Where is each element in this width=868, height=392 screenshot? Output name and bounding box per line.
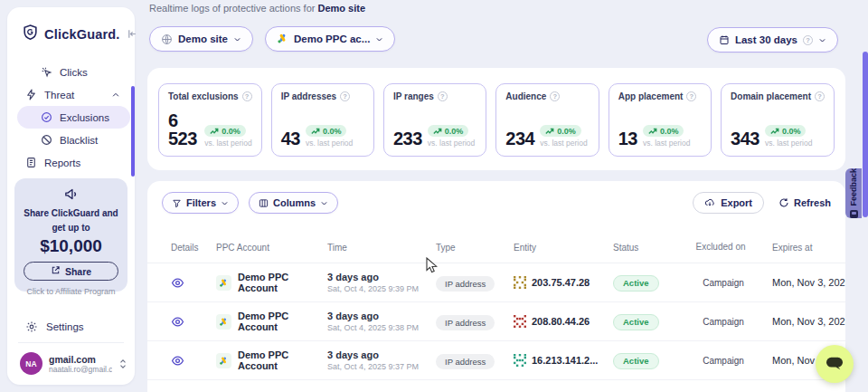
google-ads-icon [216,353,231,368]
sidebar-item-settings[interactable]: Settings [7,315,135,338]
col-header-ppc-account[interactable]: PPC Account [216,243,327,253]
help-icon: ? [803,35,813,45]
type-cell: IP address [436,352,514,369]
col-header-expires-at[interactable]: Expires at [752,243,831,253]
promo-amount: $10,000 [14,236,127,256]
stat-card-app-placement: App placement? 13 0.0% vs. last period [609,83,712,157]
account-name: Demo PPC Account [238,349,327,371]
trend-up-icon [210,128,219,135]
help-icon: ? [815,91,825,101]
promo-text-line1: Share ClickGuard and [14,207,127,220]
stat-card-ip-addresses: IP addresses? 43 0.0% vs. last period [271,83,374,157]
sidebar-item-label: Reports [44,158,80,168]
sidebar-item-label: Clicks [60,67,88,78]
sidebar-scrollbar[interactable] [131,86,135,177]
sidebar-collapse-icon[interactable] [126,28,137,40]
stats-panel: Total exclusions? 6 523 0.0% vs. last pe… [147,68,845,170]
excluded-on-cell: Campaign [694,356,752,366]
chat-widget-button[interactable] [816,345,854,383]
help-icon: ? [550,91,560,101]
trend-up-icon [770,128,779,135]
stat-period: vs. last period [204,139,251,148]
view-details-eye-icon[interactable] [171,354,187,368]
table-row: Demo PPC Account 3 days ago Sat, Oct 4, … [147,341,845,380]
type-badge: IP address [436,354,495,369]
page-scrollbar[interactable] [863,52,868,217]
account-switcher[interactable]: NA gmail.com naatali.ro@gmail.com [7,352,135,375]
col-header-time[interactable]: Time [327,243,436,253]
calendar-icon [719,34,730,45]
stat-period: vs. last period [765,139,812,148]
logo: ClickGuard. [7,7,135,44]
type-badge: IP address [436,315,495,330]
col-header-status[interactable]: Status [613,243,694,253]
stat-value: 343 [731,129,760,148]
help-icon: ? [242,91,252,101]
col-header-excluded-on[interactable]: Excluded on [694,242,752,253]
entity-cell: 208.80.44.26 [514,315,613,328]
stat-card-domain-placement: Domain placement? 343 0.0% vs. last peri… [721,83,835,157]
columns-icon [259,198,269,208]
avatar: NA [20,352,42,375]
stat-card-ip-ranges: IP ranges? 233 0.0% vs. last period [383,83,486,157]
trend-up-icon [433,128,442,135]
affiliate-promo-card: Share ClickGuard and get up to $10,000 S… [14,178,127,292]
entity-value: 208.80.44.26 [532,316,590,327]
stat-delta: 0.0% [445,127,464,136]
ppc-account-cell: Demo PPC Account [216,272,327,293]
status-badge: Active [613,275,659,292]
refresh-button[interactable]: Refresh [778,197,831,208]
col-header-type[interactable]: Type [436,243,514,253]
stat-value: 6 523 [168,111,199,148]
ppc-account-filter-dropdown[interactable]: Demo PPC ac... [265,26,395,52]
globe-icon [161,33,173,45]
trend-up-icon [545,128,554,135]
google-ads-icon [216,314,231,330]
time-relative: 3 days ago [327,272,436,282]
ip-identicon [514,276,526,289]
time-absolute: Sat, Oct 4, 2025 9:37 PM [327,362,436,371]
date-range-dropdown[interactable]: Last 30 days ? [707,27,838,53]
type-cell: IP address [436,313,514,330]
status-badge: Active [613,314,659,330]
share-button[interactable]: Share [24,262,118,281]
sidebar-item-threat[interactable]: Threat [7,83,135,106]
entity-value: 203.75.47.28 [532,277,590,288]
table-header-row: Details PPC Account Time Type Entity Sta… [147,233,845,263]
stat-period: vs. last period [428,139,475,148]
megaphone-icon [63,189,79,205]
trend-up-icon [311,128,320,135]
sidebar-divider [18,342,124,343]
chevron-down-icon [818,36,826,44]
entity-value: 16.213.141.2... [532,355,598,366]
sidebar-item-blacklist[interactable]: Blacklist [7,129,135,151]
feedback-tab[interactable]: Feedback [845,168,862,218]
view-details-eye-icon[interactable] [171,276,187,290]
stat-value: 43 [281,129,300,148]
lightning-icon [25,89,37,100]
expires-at-cell: Mon, Nov 3, 2025 [752,316,845,327]
sidebar-item-exclusions[interactable]: Exclusions [17,106,130,129]
sidebar-item-reports[interactable]: Reports [7,151,135,174]
funnel-icon [172,198,182,208]
excluded-on-cell: Campaign [694,317,752,327]
entity-cell: 203.75.47.28 [514,276,613,289]
col-header-details[interactable]: Details [171,243,216,253]
columns-dropdown[interactable]: Columns [249,192,338,214]
stat-label: Domain placement [731,91,811,101]
sidebar-item-clicks[interactable]: Clicks [7,61,135,83]
site-filter-dropdown[interactable]: Demo site [149,26,253,52]
user-email: naatali.ro@gmail.com [49,365,112,374]
subtitle-text: Realtime logs of protective actions for [149,3,317,14]
refresh-label: Refresh [794,197,831,208]
help-icon: ? [438,91,448,101]
view-details-eye-icon[interactable] [171,315,187,329]
time-relative: 3 days ago [327,349,436,360]
export-button[interactable]: Export [693,192,764,214]
filters-dropdown[interactable]: Filters [162,192,239,214]
time-absolute: Sat, Oct 4, 2025 9:39 PM [327,284,436,293]
col-header-entity[interactable]: Entity [514,243,613,253]
time-cell: 3 days ago Sat, Oct 4, 2025 9:39 PM [327,272,436,293]
affiliate-link[interactable]: Click to Affiliate Program [14,287,127,296]
type-badge: IP address [436,276,495,292]
